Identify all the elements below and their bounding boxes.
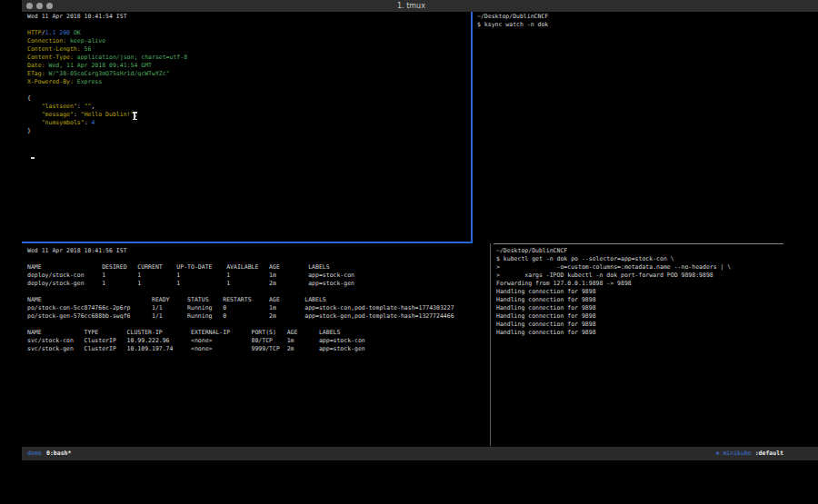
terminal-line: svc/stock-con ClusterIP 10.99.222.96 <no…: [27, 337, 454, 345]
window-titlebar: 1. tmux: [22, 0, 818, 12]
terminal-line: Handling connection for 9898: [496, 321, 731, 329]
terminal-line: Handling connection for 9898: [496, 288, 731, 296]
terminal-line: Wed 11 Apr 2018 10:41:56 IST: [27, 247, 454, 255]
mouse-text-cursor-icon: [134, 112, 135, 120]
pane-http-response[interactable]: Wed 11 Apr 2018 10:41:54 ISTHTTP/1.1 200…: [27, 13, 187, 162]
terminal-line: X-Powered-By: Express: [27, 78, 187, 86]
terminal-line: {: [27, 94, 187, 103]
screen: 1. tmux Wed 11 Apr 2018 10:41:54 ISTHTTP…: [0, 0, 818, 504]
terminal-line: Handling connection for 9898: [496, 312, 731, 321]
minimize-window-button[interactable]: [36, 3, 43, 9]
pane-ksync[interactable]: ~/Desktop/DublinCNCF$ ksync watch -n dok: [477, 13, 548, 29]
kubernetes-icon: ⊛: [716, 450, 720, 457]
terminal-line: ETag: W/"38-05coCsrg3mQ75sHr1d/qcWTwYZc": [27, 70, 187, 78]
tmux-status-bar: demo 0:bash* ⊛ minikube :default: [22, 447, 818, 460]
session-name: demo: [27, 447, 42, 460]
status-right: ⊛ minikube :default: [716, 447, 783, 460]
terminal-line: "message": "Hello Dublin!",: [27, 111, 187, 119]
terminal-line: "lastseen": "",: [27, 103, 187, 111]
terminal-line: > xargs -IPOD kubectl -n dok port-forwar…: [496, 272, 731, 280]
terminal-line: Wed 11 Apr 2018 10:41:54 IST: [27, 13, 187, 21]
terminal-line: po/stock-gen-576cc688bb-swqf6 1/1 Runnin…: [27, 312, 454, 321]
terminal-line: [27, 86, 187, 94]
terminal-line: }: [27, 127, 187, 135]
terminal-line: NAME READY STATUS RESTARTS AGE LABELS: [27, 296, 454, 304]
pane-divider-vertical[interactable]: [490, 243, 491, 446]
pane-divider-horizontal-active[interactable]: [22, 242, 472, 243]
terminal-line: NAME DESIRED CURRENT UP-TO-DATE AVAILABL…: [27, 263, 454, 272]
terminal-line: [27, 21, 187, 29]
close-window-button[interactable]: [26, 3, 33, 9]
terminal-line: [27, 321, 454, 329]
terminal-line: Handling connection for 9898: [496, 296, 731, 304]
terminal-line: deploy/stock-gen 1 1 1 1 2m app=stock-ge…: [27, 280, 454, 288]
terminal-line: po/stock-con-5cc874766c-2p6rp 1/1 Runnin…: [27, 304, 454, 312]
terminal-line: Handling connection for 9898: [496, 329, 731, 337]
terminal-line: deploy/stock-con 1 1 1 1 1m app=stock-co…: [27, 272, 454, 280]
terminal-line: Forwarding from 127.0.0.1:9898 -> 9898: [496, 280, 731, 288]
terminal-line: ~/Desktop/DublinCNCF: [496, 247, 731, 255]
terminal-line: [27, 288, 454, 296]
pane-kubectl-get[interactable]: Wed 11 Apr 2018 10:41:56 ISTNAME DESIRED…: [27, 247, 454, 353]
terminal-line: ~/Desktop/DublinCNCF: [477, 13, 548, 21]
terminal-cursor: [31, 152, 35, 159]
terminal-line: Connection: keep-alive: [27, 37, 187, 45]
terminal-line: [27, 143, 187, 152]
kube-namespace: :default: [755, 450, 783, 457]
pane-divider-horizontal[interactable]: [494, 243, 783, 244]
terminal-line: [27, 152, 187, 162]
pane-port-forward[interactable]: ~/Desktop/DublinCNCF$ kubectl get -n dok…: [496, 247, 731, 337]
terminal-line: Content-Type: application/json; charset=…: [27, 54, 187, 62]
pane-divider-vertical-active[interactable]: [471, 12, 473, 243]
terminal-line: HTTP/1.1 200 OK: [27, 29, 187, 37]
terminal-line: > -o=custom-columns=:metadata.name --no-…: [496, 263, 731, 272]
terminal-line: "numsymbols": 4: [27, 119, 187, 127]
terminal-line: Handling connection for 9898: [496, 304, 731, 312]
terminal-line: svc/stock-gen ClusterIP 10.109.197.74 <n…: [27, 345, 454, 353]
kube-context: minikube: [723, 450, 751, 457]
terminal-line: [27, 135, 187, 143]
terminal-line: $ kubectl get -n dok po --selector=app=s…: [496, 255, 731, 263]
traffic-lights: [26, 3, 53, 9]
terminal-line: [27, 255, 454, 263]
window-title: 1. tmux: [397, 1, 425, 11]
terminal-line: Content-Length: 56: [27, 45, 187, 54]
terminal-line: NAME TYPE CLUSTER-IP EXTERNAL-IP PORT(S)…: [27, 329, 454, 337]
zoom-window-button[interactable]: [46, 3, 53, 9]
terminal-line: $ ksync watch -n dok: [477, 21, 548, 29]
terminal-line: Date: Wed, 11 Apr 2018 09:41:54 GMT: [27, 62, 187, 70]
window-tab-bash[interactable]: 0:bash*: [46, 447, 71, 460]
